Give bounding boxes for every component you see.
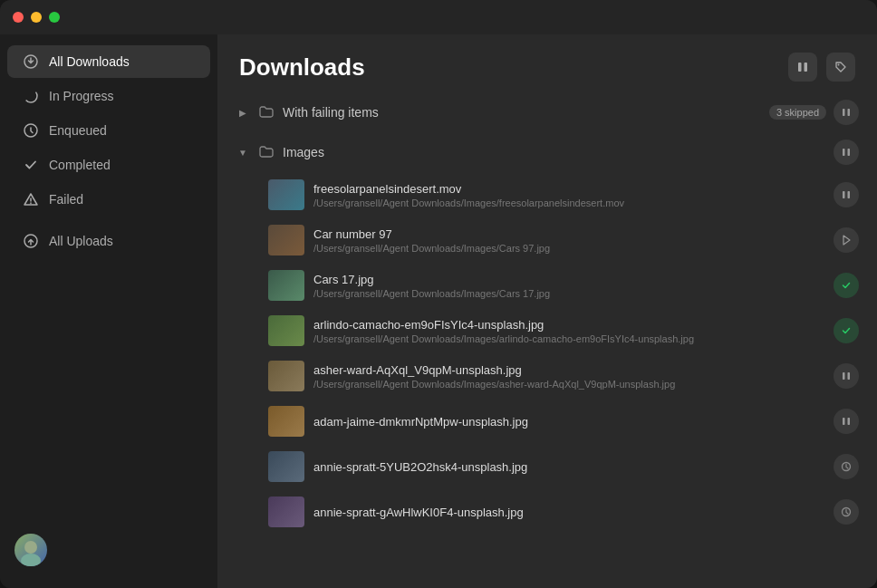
content-area: All Downloads In Progress Enqueued <box>0 34 877 588</box>
item-info: Cars 17.jpg /Users/gransell/Agent Downlo… <box>313 273 824 299</box>
clock-icon <box>841 506 852 517</box>
main-header: Downloads <box>217 34 877 92</box>
upload-all-icon <box>22 232 40 250</box>
thumbnail <box>268 406 304 437</box>
list-item[interactable]: adam-jaime-dmkmrNptMpw-unsplash.jpg <box>228 399 866 444</box>
list-item[interactable]: Cars 17.jpg /Users/gransell/Agent Downlo… <box>228 263 866 308</box>
list-item[interactable]: annie-spratt-5YUB2O2hsk4-unsplash.jpg <box>228 444 866 489</box>
sidebar-item-completed[interactable]: Completed <box>7 149 210 181</box>
item-info: adam-jaime-dmkmrNptMpw-unsplash.jpg <box>313 415 824 429</box>
item-pause-button[interactable] <box>834 409 859 434</box>
item-name: annie-spratt-gAwHlwKI0F4-unsplash.jpg <box>313 506 824 519</box>
svg-point-1 <box>24 90 37 102</box>
pause-icon <box>796 61 809 73</box>
item-path: /Users/gransell/Agent Downloads/Images/a… <box>313 333 824 344</box>
svg-rect-16 <box>848 372 851 380</box>
item-path: /Users/gransell/Agent Downloads/Images/f… <box>313 198 824 208</box>
sidebar-label-failed: Failed <box>49 192 83 207</box>
svg-rect-18 <box>848 418 851 425</box>
svg-rect-14 <box>848 191 851 198</box>
item-pause-button[interactable] <box>834 182 859 207</box>
checkmark-icon <box>842 281 851 290</box>
thumbnail <box>268 225 304 255</box>
sidebar-label-all-downloads: All Downloads <box>49 54 130 69</box>
svg-point-8 <box>838 64 840 66</box>
thumbnail <box>268 270 304 301</box>
svg-rect-11 <box>843 149 845 156</box>
svg-rect-12 <box>848 149 851 156</box>
item-info: freesolarpanelsindesert.mov /Users/grans… <box>313 182 824 208</box>
item-completed-button[interactable] <box>834 318 859 343</box>
item-name: freesolarpanelsindesert.mov <box>313 182 824 196</box>
sidebar-item-all-uploads[interactable]: All Uploads <box>7 225 210 257</box>
list-item[interactable]: Car number 97 /Users/gransell/Agent Down… <box>228 217 866 263</box>
checkmark-icon <box>842 326 851 335</box>
minimize-button[interactable] <box>31 12 42 23</box>
group-pause-button-failing[interactable] <box>834 100 859 125</box>
maximize-button[interactable] <box>49 12 60 23</box>
header-actions <box>788 53 855 82</box>
completed-icon <box>22 156 40 174</box>
group-header-images[interactable]: ▼ Images <box>228 132 866 172</box>
item-pause-paused-button[interactable] <box>834 227 859 253</box>
sidebar-item-in-progress[interactable]: In Progress <box>7 80 210 112</box>
svg-rect-9 <box>843 109 845 116</box>
pause-icon <box>842 190 851 199</box>
item-path: /Users/gransell/Agent Downloads/Images/C… <box>313 288 824 299</box>
group-header-failing[interactable]: ▶ With failing items 3 skipped <box>228 92 866 132</box>
pause-icon <box>842 148 851 157</box>
item-enqueued-button[interactable] <box>834 499 859 525</box>
list-item[interactable]: annie-spratt-gAwHlwKI0F4-unsplash.jpg <box>228 489 866 535</box>
download-all-icon <box>22 53 40 71</box>
item-name: arlindo-camacho-em9oFIsYIc4-unsplash.jpg <box>313 318 824 332</box>
item-path: /Users/gransell/Agent Downloads/Images/C… <box>313 243 824 254</box>
svg-rect-17 <box>843 418 845 425</box>
thumbnail <box>268 451 304 482</box>
thumbnail <box>268 361 304 391</box>
list-item[interactable]: arlindo-camacho-em9oFIsYIc4-unsplash.jpg… <box>228 308 866 353</box>
tag-icon <box>834 61 847 73</box>
item-name: Car number 97 <box>313 227 824 241</box>
pause-icon <box>842 371 851 381</box>
svg-point-4 <box>24 541 37 554</box>
sidebar-item-enqueued[interactable]: Enqueued <box>7 114 210 147</box>
item-path: /Users/gransell/Agent Downloads/Images/a… <box>313 379 824 390</box>
clock-icon <box>841 461 852 472</box>
folder-icon <box>257 143 275 161</box>
sidebar: All Downloads In Progress Enqueued <box>0 34 217 588</box>
list-item[interactable]: asher-ward-AqXql_V9qpM-unsplash.jpg /Use… <box>228 353 866 399</box>
sidebar-item-failed[interactable]: Failed <box>7 183 210 216</box>
failed-icon <box>22 190 40 208</box>
svg-rect-13 <box>843 191 845 198</box>
sidebar-label-all-uploads: All Uploads <box>49 234 113 248</box>
thumbnail <box>268 179 304 210</box>
titlebar <box>0 0 877 34</box>
item-enqueued-button[interactable] <box>834 454 859 479</box>
item-info: annie-spratt-gAwHlwKI0F4-unsplash.jpg <box>313 506 824 519</box>
sidebar-item-all-downloads[interactable]: All Downloads <box>7 45 210 78</box>
folder-icon <box>257 103 275 121</box>
group-label-images: Images <box>283 145 826 159</box>
pause-all-button[interactable] <box>788 53 817 82</box>
pause-icon <box>842 417 851 426</box>
list-item[interactable]: freesolarpanelsindesert.mov /Users/grans… <box>228 172 866 217</box>
item-pause-button[interactable] <box>834 363 859 389</box>
avatar[interactable] <box>14 534 47 566</box>
chevron-right-icon: ▶ <box>236 105 250 120</box>
pause-icon <box>842 108 851 117</box>
tag-button[interactable] <box>826 53 855 82</box>
group-pause-button-images[interactable] <box>834 140 859 165</box>
app-window: All Downloads In Progress Enqueued <box>0 0 877 588</box>
item-completed-button[interactable] <box>834 273 859 298</box>
item-name: asher-ward-AqXql_V9qpM-unsplash.jpg <box>313 363 824 377</box>
svg-rect-6 <box>798 63 802 72</box>
sidebar-label-enqueued: Enqueued <box>49 123 107 138</box>
item-info: annie-spratt-5YUB2O2hsk4-unsplash.jpg <box>313 460 824 474</box>
item-info: Car number 97 /Users/gransell/Agent Down… <box>313 227 824 254</box>
sidebar-label-completed: Completed <box>49 158 111 172</box>
in-progress-icon <box>22 87 40 105</box>
thumbnail <box>268 496 304 527</box>
sidebar-label-in-progress: In Progress <box>49 89 114 103</box>
close-button[interactable] <box>13 12 24 23</box>
item-name: adam-jaime-dmkmrNptMpw-unsplash.jpg <box>313 415 824 429</box>
